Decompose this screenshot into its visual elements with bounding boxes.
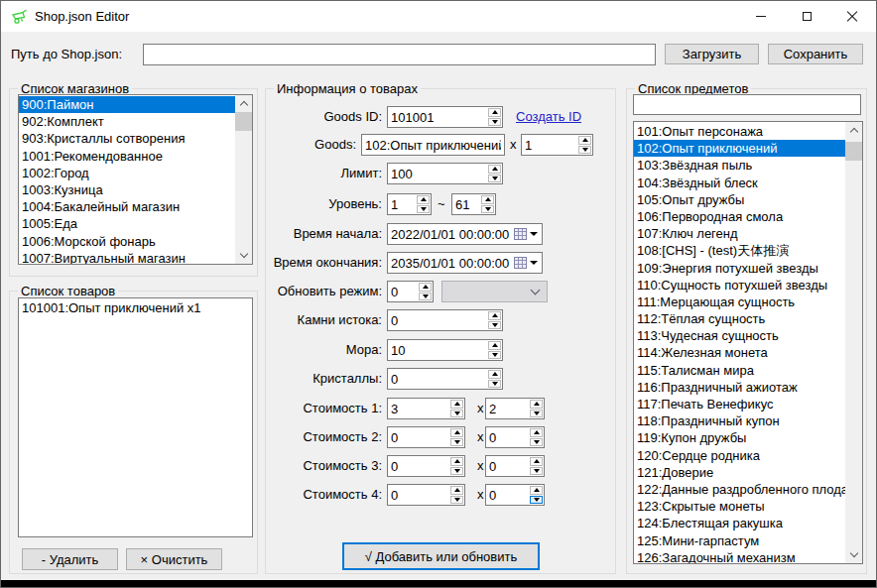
scroll-thumb[interactable] xyxy=(235,112,252,131)
list-item[interactable]: 120:Сердце родника xyxy=(634,447,845,464)
scrollbar[interactable] xyxy=(235,95,252,264)
list-item[interactable]: 116:Праздничный ажиотаж xyxy=(634,379,845,396)
cost2-item-input[interactable] xyxy=(388,427,449,447)
list-item[interactable]: 126:Загадочный механизм xyxy=(634,549,845,564)
spin-down-button[interactable] xyxy=(450,467,463,476)
scroll-down-button[interactable] xyxy=(235,247,252,264)
scroll-up-button[interactable] xyxy=(845,122,862,139)
list-item[interactable]: 1007:Виртуальный магазин xyxy=(19,250,235,265)
list-item[interactable]: 124:Блестящая ракушка xyxy=(634,515,845,531)
spin-up-button[interactable] xyxy=(488,341,501,350)
limit-input[interactable] xyxy=(388,164,487,183)
spin-down-button[interactable] xyxy=(578,146,591,155)
time-end-input[interactable] xyxy=(388,256,514,271)
spin-down-button[interactable] xyxy=(481,205,494,214)
list-item[interactable]: 114:Железная монета xyxy=(634,344,845,361)
list-item[interactable]: 122:Данные раздробленного плода xyxy=(634,481,845,498)
spin-down-button[interactable] xyxy=(488,118,501,127)
list-item[interactable]: 125:Мини-гарпастум xyxy=(634,532,845,549)
spin-up-button[interactable] xyxy=(419,283,432,292)
list-item[interactable]: 1005:Еда xyxy=(19,215,235,232)
spin-up-button[interactable] xyxy=(450,400,463,409)
spin-up-button[interactable] xyxy=(578,136,591,145)
list-item[interactable]: 106:Первородная смола xyxy=(634,208,845,225)
spin-up-button[interactable] xyxy=(488,165,501,174)
spin-down-button[interactable] xyxy=(530,496,543,505)
spin-down-button[interactable] xyxy=(450,438,463,447)
spin-down-button[interactable] xyxy=(530,410,543,418)
spin-up-button[interactable] xyxy=(450,457,463,466)
refresh-mode-input[interactable] xyxy=(388,282,418,301)
spin-down-button[interactable] xyxy=(530,467,543,476)
spin-up-button[interactable] xyxy=(530,457,543,466)
spin-up-button[interactable] xyxy=(450,486,463,495)
spin-down-button[interactable] xyxy=(450,496,463,505)
list-item[interactable]: 112:Тёплая сущность xyxy=(634,310,845,327)
spin-up-button[interactable] xyxy=(530,486,543,495)
spin-up-button[interactable] xyxy=(530,400,543,409)
list-item[interactable]: 108:[CHS] - (test)天体推演 xyxy=(634,242,845,259)
minimize-button[interactable] xyxy=(738,1,784,32)
cost2-count-input[interactable] xyxy=(486,427,529,447)
list-item[interactable]: 902:Комплект xyxy=(19,113,235,130)
path-input[interactable] xyxy=(143,44,656,65)
spin-down-button[interactable] xyxy=(488,175,501,183)
scroll-thumb[interactable] xyxy=(845,142,862,161)
spin-down-button[interactable] xyxy=(488,321,501,330)
list-item[interactable]: 1004:Бакалейный магазин xyxy=(19,198,235,215)
goods-input[interactable] xyxy=(361,134,505,156)
list-item[interactable]: 117:Печать Венефикус xyxy=(634,396,845,412)
maximize-button[interactable] xyxy=(784,1,829,32)
calendar-dropdown-arrow-icon[interactable] xyxy=(530,261,538,265)
refresh-mode-dropdown[interactable] xyxy=(441,281,548,302)
cost1-item-input[interactable] xyxy=(388,399,449,418)
scroll-down-button[interactable] xyxy=(845,546,862,563)
list-item[interactable]: 101001:Опыт приключений x1 xyxy=(19,299,252,316)
spin-up-button[interactable] xyxy=(530,428,543,437)
list-item[interactable]: 123:Скрытые монеты xyxy=(634,498,845,515)
list-item[interactable]: 105:Опыт дружбы xyxy=(634,191,845,208)
add-or-update-button[interactable]: √ Добавить или обновить xyxy=(342,542,540,570)
list-item[interactable]: 118:Праздничный купон xyxy=(634,412,845,429)
cost1-count-input[interactable] xyxy=(486,399,529,418)
mora-input[interactable] xyxy=(388,340,487,360)
list-item[interactable]: 107:Ключ легенд xyxy=(634,225,845,242)
list-item[interactable]: 101:Опыт персонажа xyxy=(634,123,845,140)
crystals-input[interactable] xyxy=(388,369,487,389)
spin-down-button[interactable] xyxy=(488,380,501,389)
list-item[interactable]: 113:Чудесная сущность xyxy=(634,327,845,344)
goods-count-input[interactable] xyxy=(522,135,577,155)
cost4-count-input[interactable] xyxy=(486,485,529,505)
spin-down-button[interactable] xyxy=(450,410,463,418)
scrollbar[interactable] xyxy=(845,122,862,563)
list-item[interactable]: 1003:Кузница xyxy=(19,181,235,198)
list-item[interactable]: 115:Талисман мира xyxy=(634,362,845,379)
scroll-up-button[interactable] xyxy=(235,95,252,112)
spin-up-button[interactable] xyxy=(488,370,501,379)
list-item[interactable]: 102:Опыт приключений xyxy=(634,140,845,157)
spin-up-button[interactable] xyxy=(481,195,494,204)
primogems-input[interactable] xyxy=(388,310,487,330)
load-button[interactable]: Загрузить xyxy=(665,44,759,64)
list-item[interactable]: 903:Кристаллы сотворения xyxy=(19,130,235,147)
cost3-count-input[interactable] xyxy=(486,456,529,476)
spin-up-button[interactable] xyxy=(488,311,501,320)
spin-up-button[interactable] xyxy=(417,195,430,204)
list-item[interactable]: 111:Мерцающая сущность xyxy=(634,294,845,310)
list-item[interactable]: 121:Доверие xyxy=(634,464,845,481)
list-item[interactable]: 900:Паймон xyxy=(19,96,235,113)
spin-down-button[interactable] xyxy=(417,205,430,214)
list-item[interactable]: 109:Энергия потухшей звезды xyxy=(634,260,845,277)
create-id-link[interactable]: Создать ID xyxy=(516,106,581,128)
spin-down-button[interactable] xyxy=(419,293,432,301)
goods-id-input[interactable] xyxy=(388,107,487,127)
list-item[interactable]: 104:Звёздный блеск xyxy=(634,175,845,191)
save-button[interactable]: Сохранить xyxy=(768,44,863,64)
spin-down-button[interactable] xyxy=(530,438,543,447)
list-item[interactable]: 119:Купон дружбы xyxy=(634,429,845,446)
cost4-item-input[interactable] xyxy=(388,485,449,505)
item-search-input[interactable] xyxy=(633,94,861,115)
time-start-input[interactable] xyxy=(388,227,514,242)
list-item[interactable]: 1006:Морской фонарь xyxy=(19,233,235,250)
spin-up-button[interactable] xyxy=(488,108,501,117)
